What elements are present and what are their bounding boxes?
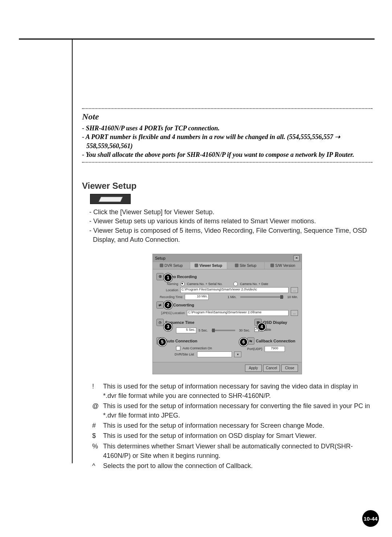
page: Note SHR-4160N/P uses 4 PORTs for TCP co… xyxy=(0,0,392,537)
slider-max: 30 Sec. xyxy=(239,329,250,332)
tab-sw-version[interactable]: S/W Version xyxy=(265,262,302,269)
section-callback-connection: ⇆ Callback Connection xyxy=(247,337,298,345)
main-content: Note SHR-4160N/P uses 4 PORTs for TCP co… xyxy=(82,108,372,471)
callout-6: 6 xyxy=(239,338,248,346)
left-rule xyxy=(72,38,73,463)
dialog-title: Setup xyxy=(155,256,166,260)
section-file-converting: ⇄ File Converting xyxy=(156,301,298,309)
location-row: Location C:\Program Files\Samsung\SmartV… xyxy=(156,287,298,293)
explanation-item: @This is used for the setup of informati… xyxy=(92,401,372,420)
rectime-row: Recording Time 10 Min. 1 Min. 10 Min. xyxy=(156,294,298,300)
checkbox-label: Auto Connection On xyxy=(183,346,212,350)
radio-naming-serial[interactable] xyxy=(180,282,185,286)
rec-icon: ⦿ xyxy=(156,273,164,280)
callout-1: 1 xyxy=(164,273,172,282)
note-heading: Note xyxy=(82,112,372,122)
explanation-item: $This is used for the setup of informati… xyxy=(92,431,372,440)
callout-2: 2 xyxy=(164,301,172,309)
intro-item: Viewer Setup is composed of 5 items, Vid… xyxy=(93,226,372,244)
viewer-setup-button-image xyxy=(90,194,131,204)
section-video-recording: ⦿ Video Recording xyxy=(156,273,298,280)
jpeg-location-input[interactable]: C:\Program Files\Samsung\SmartViewer 2.0… xyxy=(187,310,289,316)
slider-min: 1 Min. xyxy=(228,295,237,299)
explanation-item: ^Selects the port to allow the connectio… xyxy=(92,461,372,471)
note-list: SHR-4160N/P uses 4 PORTs for TCP connect… xyxy=(82,124,372,159)
section-auto-connection: ⇆ Auto Connection xyxy=(156,337,243,345)
list-symbol: ! xyxy=(92,382,99,400)
label: Naming xyxy=(156,282,178,286)
jpeg-location-row: [JPEG] Location C:\Program Files\Samsung… xyxy=(156,310,298,316)
browse-button[interactable]: ... xyxy=(291,287,298,293)
slider-max: 10 Min. xyxy=(287,295,298,299)
dialog-tabs: DVR Setup Viewer Setup Site Setup S/W Ve… xyxy=(153,262,302,269)
dropdown-icon[interactable]: ▾ xyxy=(234,351,241,357)
label: DVR/Site List xyxy=(175,353,195,356)
note-item: SHR-4160N/P uses 4 PORTs for TCP connect… xyxy=(86,124,372,133)
callback-icon: ⇆ xyxy=(247,337,254,345)
list-symbol: $ xyxy=(92,431,99,440)
tab-icon xyxy=(235,264,238,267)
page-number-badge: 10-44 xyxy=(362,510,379,527)
list-symbol: % xyxy=(92,442,99,460)
list-symbol: ^ xyxy=(92,461,99,471)
setup-dialog: Setup ✕ DVR Setup Viewer Setup Site Setu… xyxy=(152,254,302,374)
note-item: A PORT number is flexible and 4 numbers … xyxy=(86,133,372,150)
seqtime-input[interactable]: 5 Sec. xyxy=(176,328,196,333)
autoconn-checkbox[interactable] xyxy=(176,346,180,350)
seqtime-slider[interactable] xyxy=(212,330,236,331)
callback-port-input[interactable]: 7900 xyxy=(265,346,285,352)
close-button[interactable]: Close xyxy=(281,365,298,372)
section-label: Callback Connection xyxy=(256,339,295,343)
list-text: This is used for the setup of informatio… xyxy=(103,382,372,400)
tab-viewer-setup[interactable]: Viewer Setup xyxy=(190,262,228,269)
list-symbol: # xyxy=(92,421,99,430)
intro-list: Click the [Viewer Setup] for Viewer Setu… xyxy=(82,208,372,244)
dvrsite-select[interactable] xyxy=(197,351,232,357)
list-text: This is used for the setup of informatio… xyxy=(103,431,317,440)
label: [JPEG] Location xyxy=(156,311,185,315)
tab-dvr-setup[interactable]: DVR Setup xyxy=(153,262,190,269)
browse-button[interactable]: ... xyxy=(291,310,298,316)
intro-item: Click the [Viewer Setup] for Viewer Setu… xyxy=(93,208,372,217)
list-text: This is used for the setup of informatio… xyxy=(103,401,372,420)
autoconn-chk-row: Auto Connection On xyxy=(176,346,243,350)
label: Port(UDP) xyxy=(247,347,262,351)
tab-label: Viewer Setup xyxy=(199,264,222,268)
radio-naming-date[interactable] xyxy=(233,282,238,286)
naming-row: Naming Camera No. + Serial No. Camera No… xyxy=(156,282,298,286)
label: Recording Time xyxy=(156,295,183,299)
dialog-body: ⦿ Video Recording Naming Camera No. + Se… xyxy=(153,269,302,362)
section-label: OSD Display xyxy=(263,320,287,325)
section-heading: Viewer Setup xyxy=(82,181,372,191)
list-text: Selects the port to allow the connection… xyxy=(103,461,253,471)
callback-port-row: Port(UDP) 7900 xyxy=(247,346,298,352)
rectime-input[interactable]: 10 Min. xyxy=(185,294,209,300)
cancel-button[interactable]: Cancel xyxy=(263,365,280,372)
callout-4: 4 xyxy=(257,322,266,331)
note-top-divider xyxy=(82,108,372,109)
explanation-item: !This is used for the setup of informati… xyxy=(92,382,372,400)
clock-icon: ◷ xyxy=(156,319,164,326)
tab-site-setup[interactable]: Site Setup xyxy=(227,262,265,269)
convert-icon: ⇄ xyxy=(156,301,164,309)
apply-button[interactable]: Apply xyxy=(245,365,262,372)
two-col-row: ◷ Sequence Time 5 Sec. 5 Sec. 30 Sec. ▤ xyxy=(156,318,298,334)
note-bottom-divider xyxy=(82,162,372,163)
tab-label: Site Setup xyxy=(240,264,256,268)
location-input[interactable]: C:\Program Files\Samsung\SmartViewer 2.0… xyxy=(180,287,289,293)
tab-icon xyxy=(270,264,274,267)
dvrsite-row: DVR/Site List ▾ xyxy=(175,351,243,357)
close-icon[interactable]: ✕ xyxy=(294,255,299,261)
rectime-slider[interactable] xyxy=(240,296,284,298)
label: Location xyxy=(156,288,178,292)
radio-label: Camera No. + Serial No. xyxy=(187,282,222,286)
tab-label: S/W Version xyxy=(275,264,295,268)
two-col-row-2: ⇆ Auto Connection Auto Connection On DVR… xyxy=(156,337,298,358)
tab-icon xyxy=(160,264,163,267)
list-text: This is used for the setup of informatio… xyxy=(103,421,324,430)
radio-label: Camera No. + Date xyxy=(240,282,268,286)
tab-icon xyxy=(195,264,198,267)
explanation-item: #This is used for the setup of informati… xyxy=(92,421,372,430)
callout-3: 3 xyxy=(164,322,172,331)
note-item: You shall allocate the above ports for S… xyxy=(86,150,372,159)
